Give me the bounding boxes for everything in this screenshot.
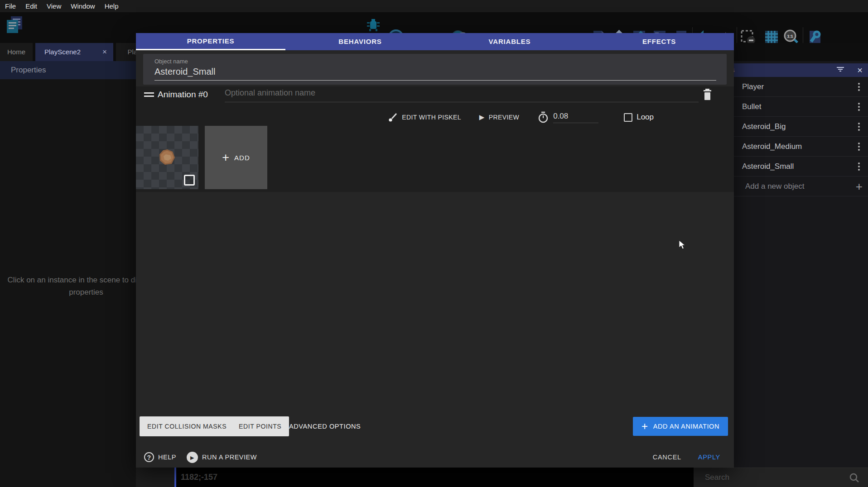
run-preview-button[interactable]: RUN A PREVIEW [187,448,257,466]
object-row-player[interactable]: Player [734,77,868,97]
help-icon [144,452,154,462]
play-circle-icon [187,452,198,463]
search-input[interactable] [705,468,841,487]
menu-bar: File Edit View Window Help [0,0,868,12]
animation-section: Animation #0 EDIT WITH PISKEL PREVIEW [136,86,734,192]
properties-panel-header: Properties [0,61,136,79]
object-name: Asteroid_Medium [742,142,802,151]
tab-playscene2-label: PlayScene2 [44,48,81,56]
add-frame-label: ADD [234,154,250,162]
drag-handle-icon[interactable] [144,92,154,98]
cancel-button[interactable]: CANCEL [653,454,681,461]
object-editor-dialog: PROPERTIES BEHAVIORS VARIABLES EFFECTS O… [136,33,734,468]
kebab-menu-icon[interactable] [858,106,860,108]
add-animation-button[interactable]: ADD AN ANIMATION [633,417,728,436]
help-button[interactable]: HELP [144,448,176,466]
tab-home[interactable]: Home [0,43,33,61]
edit-with-piskel-button[interactable]: EDIT WITH PISKEL [388,112,461,122]
advanced-options-button[interactable]: ADVANCED OPTIONS [285,416,364,436]
animation-frame-thumbnail[interactable] [136,126,198,189]
tab-properties[interactable]: PROPERTIES [136,33,285,50]
animation-name-input[interactable] [225,88,699,102]
search-bar [694,468,868,487]
loop-toggle[interactable]: Loop [624,113,654,122]
menu-item-window[interactable]: Window [71,2,95,10]
asteroid-sprite [157,148,178,167]
edit-collision-masks-button[interactable]: EDIT COLLISION MASKS [140,416,234,436]
add-frame-button[interactable]: ADD [205,126,267,189]
frame-duration-field [537,111,598,123]
plus-icon [856,177,863,196]
statusbar-accent-line [174,468,176,487]
tab-effects[interactable]: EFFECTS [584,33,734,50]
cursor-coordinates: 1182;-157 [181,473,217,482]
kebab-menu-icon[interactable] [858,166,860,167]
tab-playscene2[interactable]: PlayScene2 [35,43,113,61]
object-name-section: Object name [143,54,727,85]
play-icon [479,113,485,121]
edit-points-button[interactable]: EDIT POINTS [231,416,289,436]
kebab-menu-icon[interactable] [858,146,860,148]
add-new-object-label: Add a new object [745,182,804,191]
edit-with-piskel-label: EDIT WITH PISKEL [402,114,461,121]
object-row-asteroid-medium[interactable]: Asteroid_Medium [734,137,868,157]
menu-item-view[interactable]: View [47,2,61,10]
object-row-asteroid-small[interactable]: Asteroid_Small [734,157,868,177]
kebab-menu-icon[interactable] [858,126,860,128]
dialog-tab-bar: PROPERTIES BEHAVIORS VARIABLES EFFECTS [136,33,734,50]
menu-item-file[interactable]: File [5,2,16,10]
object-row-asteroid-big[interactable]: Asteroid_Big [734,117,868,137]
close-panel-icon[interactable] [857,63,863,77]
object-name: Player [742,82,764,91]
search-icon[interactable] [849,473,860,485]
tab-variables[interactable]: VARIABLES [435,33,584,50]
mouse-cursor [679,240,688,252]
object-name: Bullet [742,102,762,111]
animation-title: Animation #0 [158,90,208,100]
dialog-actions: CANCEL APPLY [653,448,720,466]
statusbar-spacer [136,468,176,487]
plus-icon [222,151,229,165]
plus-icon [641,420,648,433]
preview-animation-label: PREVIEW [489,114,519,121]
menu-item-help[interactable]: Help [105,2,119,10]
debug-icon[interactable] [365,17,381,33]
tab-behaviors[interactable]: BEHAVIORS [285,33,435,50]
object-name-input[interactable] [154,67,716,81]
menu-item-edit[interactable]: Edit [25,2,37,10]
loop-checkbox[interactable] [624,113,632,122]
add-new-object-row[interactable]: Add a new object [734,177,868,196]
loop-label: Loop [637,113,654,122]
add-animation-label: ADD AN ANIMATION [653,423,719,430]
object-name: Asteroid_Small [742,162,794,171]
objects-list: Player Bullet Asteroid_Big Asteroid_Medi… [734,77,868,196]
scene-statusbar: 1182;-157 [176,468,694,487]
object-name-label: Object name [154,58,188,65]
frame-duration-input[interactable] [553,112,598,123]
brush-icon [388,112,398,122]
frame-select-checkbox[interactable] [184,175,195,186]
delete-animation-icon[interactable] [702,88,714,101]
object-name: Asteroid_Big [742,122,786,131]
filter-icon[interactable] [836,67,844,73]
help-label: HELP [158,454,176,461]
animation-controls-row: EDIT WITH PISKEL PREVIEW Loop [388,109,654,125]
kebab-menu-icon[interactable] [858,86,860,88]
run-preview-label: RUN A PREVIEW [202,454,257,461]
stopwatch-icon [537,111,549,123]
gdevelop-window: File Edit View Window Help PREVIEW PUBLI… [0,0,868,487]
object-row-bullet[interactable]: Bullet [734,97,868,117]
close-tab-icon[interactable] [102,43,107,61]
dialog-footer: HELP RUN A PREVIEW CANCEL APPLY [136,448,734,466]
project-manager-icon[interactable] [5,14,24,35]
preview-animation-button[interactable]: PREVIEW [479,113,519,121]
apply-button[interactable]: APPLY [698,454,720,461]
zoom-ratio-text: 1:1 [787,34,793,38]
